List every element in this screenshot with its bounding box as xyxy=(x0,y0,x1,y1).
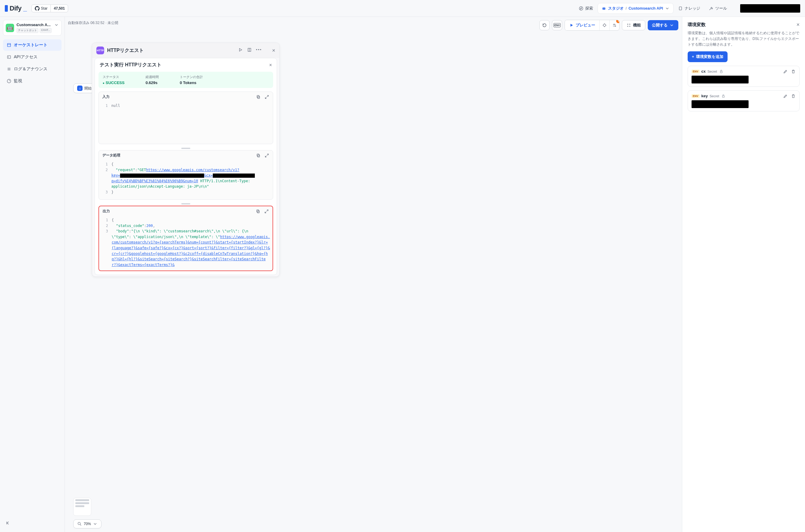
tokens-value: 0 Tokens xyxy=(180,80,203,85)
svg-rect-25 xyxy=(720,71,722,73)
github-star[interactable]: Star 47,501 xyxy=(32,4,68,12)
terminal-icon xyxy=(6,55,12,59)
close-icon[interactable]: × xyxy=(272,48,275,54)
copy-icon[interactable] xyxy=(256,209,261,214)
features-button[interactable]: 機能 xyxy=(622,20,645,30)
env-secret-label: Secret xyxy=(707,70,717,73)
user-menu[interactable] xyxy=(740,4,800,13)
sidebar-item-logs[interactable]: ログ＆アナウンス xyxy=(3,63,61,75)
app-switcher[interactable]: 🤖 Customsearch A... チャットボット CHAT... xyxy=(3,20,61,36)
checklist-button[interactable] xyxy=(610,20,619,30)
svg-rect-26 xyxy=(723,96,725,97)
nav-tools[interactable]: ツール xyxy=(705,3,731,14)
chevron-down-icon[interactable] xyxy=(54,22,59,27)
env-var-value xyxy=(692,100,749,108)
chevron-down-icon[interactable] xyxy=(665,6,670,11)
collapse-icon xyxy=(5,520,11,526)
expand-icon[interactable] xyxy=(264,209,269,214)
close-icon[interactable]: × xyxy=(269,62,272,68)
nav-explore[interactable]: 探索 xyxy=(575,3,597,14)
sidebar-item-monitor[interactable]: 監視 xyxy=(3,75,61,87)
plus-icon: + xyxy=(692,54,694,59)
minimap[interactable] xyxy=(73,498,91,516)
resize-grip[interactable] xyxy=(181,148,190,149)
zoom-control[interactable]: 70% xyxy=(73,519,101,528)
env-var-value xyxy=(692,76,749,83)
compass-icon xyxy=(579,6,583,11)
elapsed-label: 経過時間 xyxy=(146,75,159,79)
data-block: データ処理 1{ 2 "request": "GET https://www.g… xyxy=(98,150,273,200)
canvas[interactable]: 自動保存済み 06:32:52 · 未公開 ENV プレビュー 機能 公開する xyxy=(65,17,682,532)
book-icon[interactable] xyxy=(247,48,252,52)
expand-icon[interactable] xyxy=(264,153,269,158)
svg-rect-4 xyxy=(679,6,682,10)
close-icon[interactable]: × xyxy=(796,22,800,28)
env-var-row: ENV key Secret xyxy=(688,90,800,111)
status-value: SUCCESS xyxy=(103,80,124,85)
http-title: HTTPリクエスト xyxy=(107,48,144,54)
svg-rect-19 xyxy=(257,96,260,98)
env-var-row: ENV cx Secret xyxy=(688,66,800,87)
autosave-status: 自動保存済み 06:32:52 · 未公開 xyxy=(68,20,118,25)
test-run-panel: テスト実行 HTTPリクエスト × ステータス SUCCESS 経過時間 0.6… xyxy=(95,58,277,275)
publish-button[interactable]: 公開する xyxy=(648,20,678,30)
input-block: 入力 1null xyxy=(98,92,273,144)
output-code: 1{ 2 "status_code": 200, 3 "body": "{\n … xyxy=(99,216,272,270)
output-label: 出力 xyxy=(103,209,110,214)
svg-point-10 xyxy=(614,24,615,25)
sliders-icon xyxy=(612,23,617,27)
top-nav: Dify_ Star 47,501 探索 スタジオ / Customsearch… xyxy=(0,0,805,17)
debug-button[interactable] xyxy=(600,20,609,30)
add-env-var-button[interactable]: + 環境変数を追加 xyxy=(688,51,728,62)
env-button[interactable]: ENV xyxy=(552,20,562,30)
env-var-name: cx xyxy=(702,69,706,74)
expand-icon[interactable] xyxy=(264,95,269,99)
svg-point-0 xyxy=(579,6,583,10)
http-request-panel: HTTP HTTPリクエスト ••• × テスト実行 HTTPリクエスト × ス… xyxy=(92,43,280,277)
output-block: 出力 1{ 2 "status_code": 200, 3 "body": "{… xyxy=(98,206,273,271)
play-icon[interactable] xyxy=(238,48,243,52)
chevron-down-icon xyxy=(669,23,674,27)
env-icon: ENV xyxy=(554,23,561,27)
svg-rect-24 xyxy=(256,210,259,212)
svg-point-11 xyxy=(615,25,616,26)
chevron-down-icon xyxy=(93,521,98,526)
data-label: データ処理 xyxy=(102,153,120,158)
svg-rect-20 xyxy=(257,95,259,98)
copy-icon[interactable] xyxy=(256,95,261,99)
app-tag: チャットボット xyxy=(17,28,38,33)
undo-history-button[interactable] xyxy=(539,20,550,30)
svg-rect-1 xyxy=(603,7,606,10)
sidebar-item-orchestrate[interactable]: オーケストレート xyxy=(3,39,61,51)
edit-icon[interactable] xyxy=(783,94,788,98)
tokens-label: トークンの合計 xyxy=(180,75,203,79)
svg-point-12 xyxy=(627,24,628,25)
http-panel-header: HTTP HTTPリクエスト ••• × xyxy=(92,43,280,58)
sidebar-item-api[interactable]: APIアクセス xyxy=(3,51,61,63)
more-icon[interactable]: ••• xyxy=(256,48,262,54)
trash-icon[interactable] xyxy=(791,94,796,98)
history-icon xyxy=(542,23,547,27)
svg-point-15 xyxy=(629,26,630,27)
svg-rect-22 xyxy=(257,154,259,156)
preview-button[interactable]: プレビュー xyxy=(565,20,599,30)
sidebar-collapse[interactable] xyxy=(3,518,61,529)
nav-links: 探索 スタジオ / Customsearch API ナレッジ ツール xyxy=(575,3,731,14)
resize-grip[interactable] xyxy=(181,203,190,205)
breadcrumb-app: Customsearch API xyxy=(629,6,663,11)
nav-studio[interactable]: スタジオ / Customsearch API xyxy=(598,3,673,14)
github-star-label: Star xyxy=(32,5,51,12)
grid-icon xyxy=(627,23,631,27)
elapsed-value: 0.629s xyxy=(146,80,159,85)
lock-icon xyxy=(721,94,726,98)
edit-icon[interactable] xyxy=(783,69,788,74)
env-badge-icon: ENV xyxy=(692,70,699,73)
svg-point-13 xyxy=(629,24,630,25)
env-badge-icon: ENV xyxy=(692,94,699,98)
logo[interactable]: Dify_ xyxy=(5,4,27,12)
nav-knowledge[interactable]: ナレッジ xyxy=(674,3,704,14)
copy-icon[interactable] xyxy=(256,153,261,158)
trash-icon[interactable] xyxy=(791,69,796,74)
test-run-title: テスト実行 HTTPリクエスト xyxy=(100,62,161,68)
robot-icon xyxy=(601,6,606,11)
